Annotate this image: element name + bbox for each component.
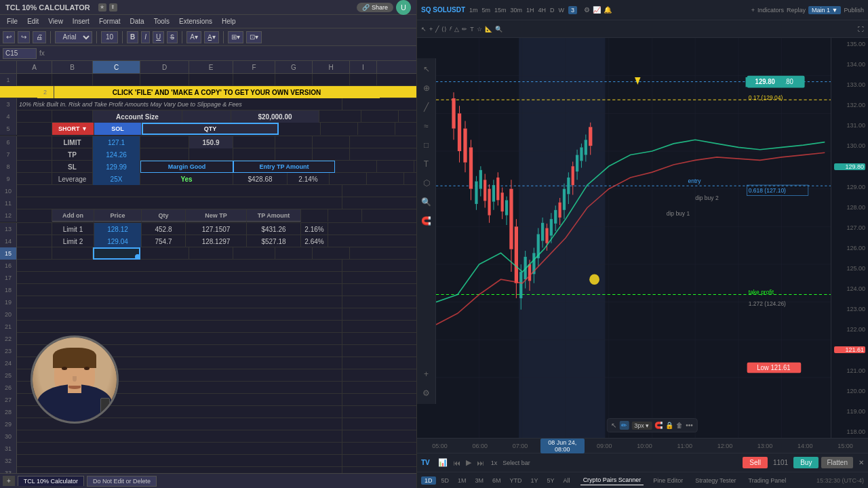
draw-fibretrace[interactable]: 𝘧	[450, 25, 452, 33]
redo-button[interactable]: ↪	[18, 31, 30, 43]
bar-type-icon[interactable]: 📊	[437, 457, 449, 468]
chart-tf-1h[interactable]: 1H	[526, 7, 534, 14]
tp-price[interactable]: 124.26	[93, 148, 140, 161]
draw-line[interactable]: ╱	[435, 26, 439, 33]
chart-tf-30m[interactable]: 30m	[511, 7, 523, 14]
menu-data[interactable]: Data	[126, 16, 149, 26]
chart-tf-5m[interactable]: 5m	[482, 7, 491, 14]
limit2-price[interactable]: 129.04	[94, 235, 142, 247]
menu-file[interactable]: File	[3, 16, 22, 26]
sidebar-settings-icon[interactable]: ⚙	[420, 386, 433, 400]
borders-button[interactable]: ⊞▾	[228, 31, 243, 43]
chart-compare[interactable]: +	[751, 7, 755, 14]
menu-edit[interactable]: Edit	[23, 16, 43, 26]
sidebar-magnet-icon[interactable]: 🧲	[420, 214, 433, 228]
dontdelete-tab[interactable]: Do Not Edit or Delete	[87, 476, 157, 487]
period-5d[interactable]: 5D	[438, 476, 453, 485]
add-sheet-button[interactable]: +	[3, 476, 15, 486]
text-color-button[interactable]: A̲▾	[204, 31, 219, 43]
sell-button[interactable]: Sell	[743, 457, 768, 468]
chart-tf-d[interactable]: D	[550, 7, 555, 14]
draw-measure[interactable]: 📐	[485, 26, 492, 33]
flatten-button[interactable]: Flatten	[821, 457, 853, 468]
draw-brush[interactable]: ✏	[462, 26, 467, 33]
chart-canvas-area[interactable]: High 129.80 0.618 (127.10) 0.17 (129.04)…	[436, 38, 868, 438]
sidebar-shapes-icon[interactable]: □	[420, 138, 433, 152]
star-icon[interactable]: ★	[98, 3, 106, 12]
tcl-tab[interactable]: TCL 10% Calculator	[18, 476, 84, 486]
bar-forward-icon[interactable]: ⏭	[475, 458, 486, 468]
limit1-price[interactable]: 128.12	[94, 223, 142, 235]
sidebar-measure-icon[interactable]: ⬡	[420, 176, 433, 190]
share-icon[interactable]: ⬆	[109, 3, 117, 12]
float-magnet-icon[interactable]: 🧲	[654, 422, 663, 429]
bar-back-icon[interactable]: ⏮	[452, 458, 462, 468]
underline-button[interactable]: U	[153, 31, 164, 43]
sidebar-fib-icon[interactable]: ≈	[420, 119, 433, 133]
draw-text[interactable]: T	[470, 26, 474, 33]
short-header[interactable]: SHORT ▼	[52, 123, 94, 135]
chart-replay[interactable]: Replay	[787, 7, 806, 14]
period-1y[interactable]: 1Y	[528, 476, 542, 485]
float-lock-icon[interactable]: 🔒	[665, 422, 673, 429]
draw-channel[interactable]: ⟨⟩	[441, 26, 447, 33]
buy-button[interactable]: Buy	[793, 457, 818, 468]
qty-value[interactable]: 150.9	[189, 136, 233, 148]
crypto-scanner-tab[interactable]: Crypto Pairs Scanner	[580, 475, 644, 485]
merge-button[interactable]: ⊡▾	[246, 31, 262, 43]
menu-tools[interactable]: Tools	[150, 16, 174, 26]
chart-fullscreen[interactable]: ⛶	[858, 26, 864, 33]
italic-button[interactable]: I	[141, 31, 150, 43]
chart-tf-4h[interactable]: 4H	[538, 7, 547, 14]
font-size-input[interactable]: 10	[101, 31, 118, 43]
sl-price[interactable]: 129.99	[93, 161, 140, 173]
draw-patterns[interactable]: △	[454, 26, 459, 33]
period-3m[interactable]: 3M	[472, 476, 488, 485]
float-more-icon[interactable]: •••	[686, 422, 693, 429]
publish-btn[interactable]: Publish	[844, 7, 864, 14]
strategy-tester-tab[interactable]: Strategy Tester	[692, 476, 738, 485]
share-button[interactable]: 🔗 Share	[357, 3, 393, 12]
chart-icon-1[interactable]: ⚙	[584, 6, 590, 14]
sidebar-cursor-icon[interactable]: ↖	[420, 62, 433, 76]
draw-zoom[interactable]: 🔍	[495, 26, 502, 33]
chart-tf-active[interactable]: 3	[568, 6, 577, 14]
print-button[interactable]: 🖨	[33, 31, 46, 43]
user-avatar[interactable]: U	[396, 0, 411, 15]
float-trash-icon[interactable]: 🗑	[676, 422, 683, 429]
chart-icon-3[interactable]: 🔔	[604, 6, 612, 14]
chart-tf-15m[interactable]: 15m	[494, 7, 507, 14]
sidebar-zoom-icon[interactable]: 🔍	[420, 195, 433, 209]
selected-cell[interactable]	[93, 247, 140, 260]
float-pen-icon[interactable]: ✏	[619, 421, 629, 430]
menu-help[interactable]: Help	[218, 16, 240, 26]
chart-icon-2[interactable]: 📈	[593, 6, 601, 14]
select-bar-label[interactable]: Select bar	[502, 460, 530, 466]
draw-cursor[interactable]: ↖	[421, 26, 427, 33]
sidebar-crosshair-icon[interactable]: ⊕	[420, 81, 433, 95]
draw-icons[interactable]: ☆	[477, 26, 482, 33]
float-cursor-icon[interactable]: ↖	[611, 422, 616, 429]
period-1m[interactable]: 1M	[454, 476, 470, 485]
menu-view[interactable]: View	[44, 16, 67, 26]
font-selector[interactable]: Arial	[55, 31, 92, 43]
account-size-value[interactable]: $20,000.00	[231, 110, 319, 123]
chart-tf-w[interactable]: W	[559, 7, 565, 14]
speed-1x[interactable]: 1x	[491, 460, 498, 466]
menu-extensions[interactable]: Extensions	[175, 16, 216, 26]
bold-button[interactable]: B	[127, 31, 138, 43]
pine-editor-tab[interactable]: Pine Editor	[650, 476, 686, 485]
draw-crosshair[interactable]: +	[429, 26, 433, 33]
leverage-value[interactable]: 25X	[93, 173, 140, 185]
sidebar-add-icon[interactable]: +	[420, 367, 433, 381]
fill-color-button[interactable]: A▾	[186, 31, 201, 43]
chart-indicators[interactable]: Indicators	[757, 7, 784, 14]
undo-button[interactable]: ↩	[3, 31, 15, 43]
trading-panel-tab[interactable]: Trading Panel	[746, 476, 789, 485]
cell-reference-input[interactable]: C15	[3, 48, 37, 59]
period-5y[interactable]: 5Y	[544, 476, 558, 485]
menu-insert[interactable]: Insert	[68, 16, 94, 26]
chart-main1[interactable]: Main 1 ▼	[808, 6, 841, 14]
chart-tf-1m[interactable]: 1m	[469, 7, 478, 14]
limit-price[interactable]: 127.1	[93, 136, 140, 148]
